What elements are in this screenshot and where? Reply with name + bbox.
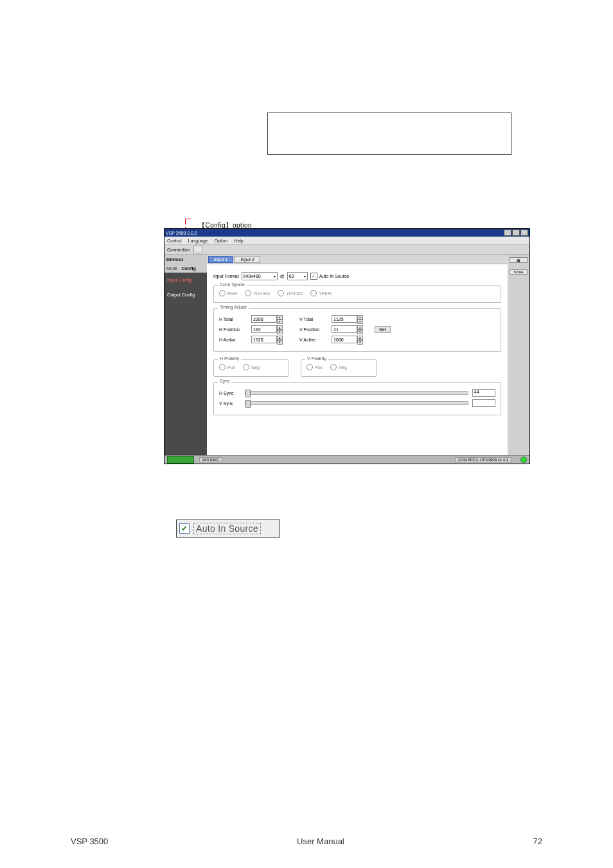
connection-label: Connection [167, 248, 190, 252]
status-indicator [167, 456, 194, 464]
checkbox-checked-icon[interactable]: ✔ [179, 523, 190, 534]
main-panel: Input 1 Input 2 Input Format 640x480▾ @ … [207, 255, 508, 457]
slider-thumb[interactable] [245, 390, 251, 397]
maximize-icon[interactable]: □ [512, 230, 520, 236]
hpol-legend: H Polarity [218, 356, 241, 361]
chevron-down-icon: ▾ [304, 274, 306, 278]
tab-config[interactable]: Config [182, 266, 196, 271]
footer-page-number: 72 [533, 836, 542, 846]
spin-down-icon[interactable]: ▾ [277, 340, 283, 345]
tab-input1[interactable]: Input 1 [208, 256, 233, 263]
hsync-slider[interactable] [245, 391, 468, 395]
left-panel: Device1 Mode Config Input Config Output … [164, 255, 207, 457]
timing-legend: Timing Adjust [218, 305, 249, 309]
status-led-icon [520, 457, 527, 463]
spin-up-icon[interactable]: ▴ [277, 325, 283, 330]
minimize-icon[interactable]: _ [504, 230, 511, 236]
save-preset-button[interactable]: ▦ [510, 257, 528, 263]
toolbar: Connection [164, 245, 529, 255]
sync-legend: Sync [218, 379, 232, 383]
title-bar: VSP 3500 2.0.0 _ □ × [164, 229, 529, 237]
vtotal-input[interactable] [332, 315, 357, 323]
color-space-group: Color Space RGB YUV444 YUV422 YPbPr [213, 285, 501, 303]
note-box [267, 113, 511, 155]
vpos-label: V Position [299, 327, 329, 332]
spin-up-icon[interactable]: ▴ [357, 325, 363, 330]
menu-language[interactable]: Language [188, 239, 208, 243]
hsync-label: H Sync [219, 391, 241, 395]
auto-in-source-detail-label: Auto In Source [193, 523, 261, 534]
htotal-label: H Total [219, 317, 249, 321]
resolution-select[interactable]: 640x480▾ [242, 272, 278, 280]
footer-product: VSP 3500 [71, 836, 108, 846]
vsync-label: V Sync [219, 401, 241, 406]
tab-mode[interactable]: Mode [166, 266, 178, 271]
slider-thumb[interactable] [245, 400, 251, 408]
color-space-legend: Color Space [218, 282, 247, 287]
hact-input[interactable] [251, 336, 277, 343]
radio-yuv444[interactable]: YUV444 [245, 290, 270, 296]
hpos-label: H Position [219, 327, 249, 332]
scale-button[interactable]: Scale [510, 269, 528, 275]
hsync-value[interactable]: 44 [472, 389, 495, 397]
hact-label: H Active [219, 338, 249, 342]
status-resolution: 960 (960) [199, 457, 222, 462]
spin-down-icon[interactable]: ▾ [277, 330, 283, 334]
tab-input2[interactable]: Input 2 [235, 256, 260, 263]
menu-help[interactable]: Help [234, 239, 243, 243]
input-tabs: Input 1 Input 2 [207, 255, 508, 264]
menu-bar: Control Language Option Help [164, 237, 529, 245]
spin-down-icon[interactable]: ▾ [357, 330, 363, 334]
spin-down-icon[interactable]: ▾ [277, 320, 283, 324]
radio-rgb[interactable]: RGB [219, 290, 237, 296]
auto-in-source-checkbox[interactable]: ✓ Auto In Source [310, 273, 349, 280]
vsync-slider[interactable] [245, 401, 468, 405]
chevron-down-icon: ▾ [274, 274, 276, 278]
radio-yuv422[interactable]: YUV422 [278, 290, 303, 296]
device-tabs: Device1 [164, 255, 207, 264]
sync-group: Sync H Sync 44 V Sync [213, 382, 501, 415]
close-icon[interactable]: × [520, 230, 528, 236]
status-com: COM 803.0: OPV3508 v1.4.1 [455, 457, 511, 462]
spin-up-icon[interactable]: ▴ [277, 315, 283, 320]
menu-option[interactable]: Option [215, 239, 228, 243]
refresh-select[interactable]: 60▾ [287, 272, 308, 280]
timing-adjust-group: Timing Adjust H Total ▴▾ V Total ▴▾ H Po… [213, 308, 501, 352]
vact-label: V Active [299, 338, 329, 342]
vsync-value[interactable] [472, 399, 495, 407]
right-sidebar: ▦ Scale Cut Take [508, 255, 529, 457]
page-footer: VSP 3500 User Manual 72 [0, 836, 613, 846]
spin-up-icon[interactable]: ▴ [277, 336, 283, 340]
app-screenshot: VSP 3500 2.0.0 _ □ × Control Language Op… [164, 228, 530, 464]
tab-device1[interactable]: Device1 [166, 257, 183, 262]
vtotal-label: V Total [299, 317, 329, 321]
spin-down-icon[interactable]: ▾ [357, 340, 363, 345]
annotation-corner [185, 219, 191, 224]
hpos-input[interactable] [251, 325, 277, 333]
radio-vpos[interactable]: Pos [306, 364, 323, 370]
auto-in-source-detail: ✔ Auto In Source [176, 520, 280, 538]
status-bar: 960 (960) COM 803.0: OPV3508 v1.4.1 [164, 455, 529, 464]
sidebar-item-output-config[interactable]: Output Config [164, 287, 207, 302]
radio-ypbpr[interactable]: YPbPr [310, 290, 332, 296]
radio-vneg[interactable]: Neg [330, 364, 347, 370]
spin-down-icon[interactable]: ▾ [357, 320, 363, 324]
vpol-legend: V Polarity [305, 356, 328, 361]
set-button[interactable]: Set [375, 326, 391, 333]
vpos-input[interactable] [332, 325, 357, 333]
spin-up-icon[interactable]: ▴ [357, 336, 363, 340]
check-icon: ✓ [310, 273, 317, 280]
htotal-input[interactable] [251, 315, 277, 323]
connection-button[interactable] [193, 246, 202, 253]
auto-in-source-label: Auto In Source [319, 274, 349, 278]
sidebar-item-input-config[interactable]: Input Config [164, 273, 207, 287]
window-title: VSP 3500 2.0.0 [166, 231, 197, 235]
vact-input[interactable] [332, 336, 357, 343]
radio-hpos[interactable]: Pos [219, 364, 235, 370]
input-format-label: Input Format [213, 274, 239, 278]
spin-up-icon[interactable]: ▴ [357, 315, 363, 320]
at-label: @ [280, 274, 285, 278]
footer-title: User Manual [297, 836, 344, 846]
radio-hneg[interactable]: Neg [243, 364, 260, 370]
menu-control[interactable]: Control [167, 239, 182, 243]
